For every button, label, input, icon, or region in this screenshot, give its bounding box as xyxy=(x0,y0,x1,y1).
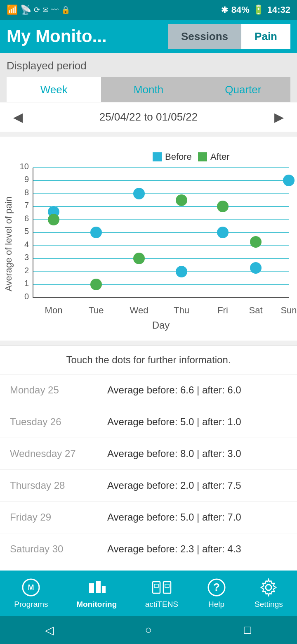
svg-text:M: M xyxy=(28,583,34,592)
sync-icon: ⟳ xyxy=(34,5,40,14)
notification-icon: ✉ xyxy=(42,5,49,14)
x-label-thu: Thu xyxy=(174,305,189,315)
back-button[interactable]: ◁ xyxy=(37,618,62,642)
monitoring-icon xyxy=(87,578,106,597)
hint-text: Touch the dots for further information. xyxy=(0,346,297,374)
dot-before-thu[interactable] xyxy=(176,266,187,277)
date-navigator: ◀ 25/04/22 to 01/05/22 ▶ xyxy=(0,102,297,132)
tab-pain[interactable]: Pain xyxy=(241,24,290,49)
battery-icon: 🔋 xyxy=(253,5,264,15)
dot-after-mon[interactable] xyxy=(48,214,59,225)
day-label-saturday: Saturday 30 xyxy=(10,543,101,555)
day-label-wednesday: Wednesday 27 xyxy=(10,448,101,459)
nav-settings[interactable]: Settings xyxy=(255,578,283,609)
day-label-tuesday: Tuesday 26 xyxy=(10,416,101,428)
y-label-9: 9 xyxy=(24,175,29,184)
app-header: My Monito... Sessions Pain xyxy=(0,20,297,53)
dot-before-sat[interactable] xyxy=(250,262,262,274)
signal-icon: 📶 xyxy=(7,5,18,15)
values-thursday: Average before: 2.0 | after: 7.5 xyxy=(107,480,287,491)
y-label-7: 7 xyxy=(24,201,29,210)
y-label-0: 0 xyxy=(24,292,29,301)
y-label-4: 4 xyxy=(24,240,29,249)
x-axis-label: Day xyxy=(152,320,170,331)
wifi-icon: 📡 xyxy=(20,5,31,15)
recent-button[interactable]: □ xyxy=(235,618,260,642)
next-date-button[interactable]: ▶ xyxy=(271,107,287,128)
period-tabs: Week Month Quarter xyxy=(7,77,290,102)
values-monday: Average before: 6.6 | after: 6.0 xyxy=(107,384,287,396)
svg-rect-4 xyxy=(102,586,106,593)
nav-programs-label: Programs xyxy=(14,600,48,609)
dot-after-fri[interactable] xyxy=(217,201,229,212)
y-label-1: 1 xyxy=(24,279,29,288)
app-title: My Monito... xyxy=(7,26,168,46)
dot-before-tue[interactable] xyxy=(90,227,102,238)
x-label-fri: Fri xyxy=(217,305,228,315)
dot-after-sat[interactable] xyxy=(250,236,262,248)
prev-date-button[interactable]: ◀ xyxy=(10,107,26,128)
nav-monitoring[interactable]: Monitoring xyxy=(76,578,117,609)
nav-monitoring-label: Monitoring xyxy=(76,600,117,609)
data-row-wednesday: Wednesday 27 Average before: 8.0 | after… xyxy=(0,438,297,470)
nav-help[interactable]: ? Help xyxy=(207,578,226,609)
y-label-8: 8 xyxy=(24,188,29,197)
values-saturday: Average before: 2.3 | after: 4.3 xyxy=(107,543,287,555)
dot-after-thu[interactable] xyxy=(176,194,187,206)
extra-icon: 〰 xyxy=(51,6,59,14)
tab-week[interactable]: Week xyxy=(7,77,101,102)
date-range-text: 25/04/22 to 01/05/22 xyxy=(99,111,198,123)
nav-actitens[interactable]: actiTENS xyxy=(145,578,178,609)
period-section: Displayed period Week Month Quarter xyxy=(0,53,297,102)
bottom-nav: M Programs Monitoring actiTENS xyxy=(0,571,297,616)
chart-container: Before After Average of level of pain 0 … xyxy=(0,145,297,336)
nav-actitens-label: actiTENS xyxy=(145,600,178,609)
home-button[interactable]: ○ xyxy=(136,618,161,642)
tab-month[interactable]: Month xyxy=(101,77,196,102)
nav-settings-label: Settings xyxy=(255,600,283,609)
status-left: 📶 📡 ⟳ ✉ 〰 🔒 xyxy=(7,5,70,15)
dot-before-fri[interactable] xyxy=(217,227,229,238)
y-label-6: 6 xyxy=(24,214,29,223)
x-label-sun: Sun xyxy=(280,305,297,315)
svg-point-11 xyxy=(266,585,271,590)
dot-after-tue[interactable] xyxy=(90,279,102,290)
day-label-monday: Monday 25 xyxy=(10,384,101,396)
values-friday: Average before: 5.0 | after: 7.0 xyxy=(107,511,287,523)
help-icon: ? xyxy=(207,578,226,597)
nav-programs[interactable]: M Programs xyxy=(14,578,48,609)
tab-quarter[interactable]: Quarter xyxy=(196,77,290,102)
data-row-saturday: Saturday 30 Average before: 2.3 | after:… xyxy=(0,533,297,565)
tab-sessions[interactable]: Sessions xyxy=(168,24,241,49)
battery-text: 84% xyxy=(231,5,250,15)
x-label-sat: Sat xyxy=(249,305,262,315)
data-row-friday: Friday 29 Average before: 5.0 | after: 7… xyxy=(0,502,297,533)
svg-rect-2 xyxy=(89,583,94,593)
svg-text:?: ? xyxy=(213,581,220,593)
chart-area: Before After Average of level of pain 0 … xyxy=(0,137,297,341)
y-axis-label: Average of level of pain xyxy=(3,197,14,291)
programs-icon: M xyxy=(21,578,41,597)
values-tuesday: Average before: 5.0 | after: 1.0 xyxy=(107,416,287,428)
svg-rect-8 xyxy=(165,584,169,587)
bluetooth-icon: ✱ xyxy=(221,5,228,15)
dot-after-wed[interactable] xyxy=(133,253,145,264)
data-table: Touch the dots for further information. … xyxy=(0,346,297,597)
android-nav: ◁ ○ □ xyxy=(0,616,297,644)
y-label-2: 2 xyxy=(24,266,29,275)
dot-before-wed[interactable] xyxy=(133,188,145,199)
day-label-thursday: Thursday 28 xyxy=(10,480,101,491)
day-label-friday: Friday 29 xyxy=(10,511,101,523)
status-right: ✱ 84% 🔋 14:32 xyxy=(221,5,290,15)
legend-after-icon xyxy=(198,152,207,161)
data-row-monday: Monday 25 Average before: 6.6 | after: 6… xyxy=(0,374,297,406)
legend-before-icon xyxy=(153,152,162,161)
y-label-10: 10 xyxy=(20,162,29,171)
security-icon: 🔒 xyxy=(61,5,70,14)
nav-help-label: Help xyxy=(208,600,224,609)
legend-before-label: Before xyxy=(165,152,192,162)
y-label-5: 5 xyxy=(24,227,29,236)
dot-before-sun[interactable] xyxy=(283,175,295,186)
x-label-tue: Tue xyxy=(88,305,104,315)
time-display: 14:32 xyxy=(267,5,290,15)
